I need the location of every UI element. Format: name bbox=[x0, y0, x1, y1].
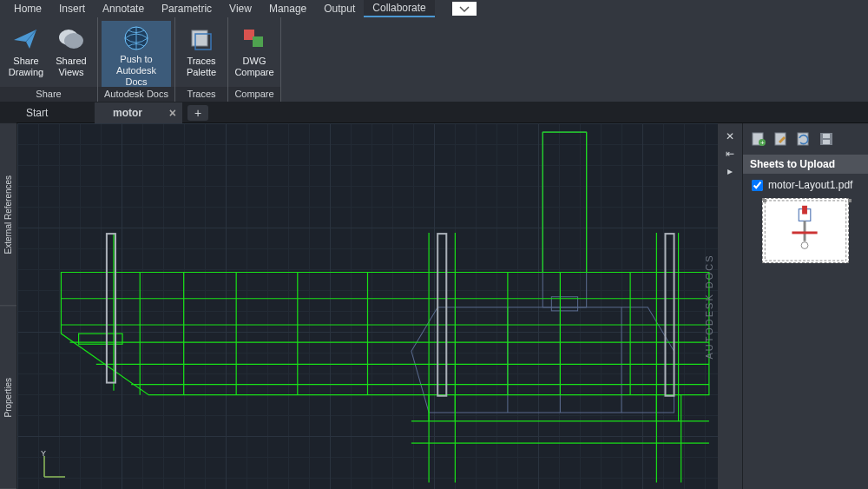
ribbon-panel-compare-title: Compare bbox=[228, 87, 280, 102]
menu-manage[interactable]: Manage bbox=[260, 1, 315, 17]
svg-rect-4 bbox=[192, 30, 207, 46]
ribbon-minimize-dropdown[interactable] bbox=[452, 2, 477, 16]
menu-parametric[interactable]: Parametric bbox=[153, 1, 220, 17]
ribbon-panel-autodesk-docs: Push to Autodesk Docs Autodesk Docs bbox=[98, 17, 175, 102]
share-drawing-label: Share Drawing bbox=[7, 56, 45, 78]
refresh-sheet-icon[interactable] bbox=[795, 130, 812, 148]
tab-start[interactable]: Start bbox=[9, 102, 95, 123]
ribbon-panel-traces-title: Traces bbox=[175, 87, 227, 102]
sheet-thumbnail[interactable] bbox=[762, 198, 849, 263]
menu-home[interactable]: Home bbox=[5, 1, 50, 17]
svg-rect-58 bbox=[802, 206, 807, 215]
sheet-row[interactable]: motor-Layout1.pdf bbox=[743, 174, 868, 193]
svg-text:+: + bbox=[760, 139, 765, 147]
shared-views-label: Shared Views bbox=[52, 56, 90, 78]
dwg-compare-label: DWG Compare bbox=[234, 56, 273, 78]
ribbon-panel-share: Share Drawing Shared Views Share bbox=[0, 17, 98, 102]
ribbon-panel-traces: Traces Palette Traces bbox=[175, 17, 228, 102]
close-panel-icon[interactable]: ✕ bbox=[726, 130, 734, 142]
sheet-checkbox[interactable] bbox=[752, 180, 763, 191]
tab-motor-label: motor bbox=[113, 107, 142, 119]
palette-icon bbox=[188, 24, 214, 54]
add-tab-button[interactable]: + bbox=[187, 105, 208, 121]
sheets-panel-title: Sheets to Upload bbox=[743, 155, 868, 174]
main-menu-bar: Home Insert Annotate Parametric View Man… bbox=[0, 0, 868, 17]
tab-start-label: Start bbox=[26, 107, 48, 119]
pin-panel-icon[interactable]: ⇤ bbox=[726, 148, 734, 160]
autodesk-docs-watermark: AUTODESK DOCS bbox=[704, 254, 714, 359]
ribbon-panel-share-title: Share bbox=[0, 87, 97, 102]
ribbon: Share Drawing Shared Views Share Push to… bbox=[0, 17, 868, 102]
ribbon-panel-docs-title: Autodesk Docs bbox=[98, 87, 174, 102]
menu-collaborate[interactable]: Collaborate bbox=[364, 0, 434, 17]
menu-annotate[interactable]: Annotate bbox=[94, 1, 153, 17]
menu-insert[interactable]: Insert bbox=[50, 1, 94, 17]
external-references-tab[interactable]: External References bbox=[0, 123, 16, 307]
svg-rect-44 bbox=[665, 234, 674, 396]
svg-text:Y: Y bbox=[41, 451, 46, 458]
left-palette-strip: External References Properties bbox=[0, 123, 17, 489]
compare-icon bbox=[241, 24, 267, 54]
add-sheet-icon[interactable]: + bbox=[750, 130, 767, 148]
push-to-docs-button[interactable]: Push to Autodesk Docs bbox=[102, 21, 171, 87]
document-tabs: Start motor × + bbox=[0, 102, 868, 123]
svg-rect-54 bbox=[823, 134, 830, 138]
menu-output[interactable]: Output bbox=[315, 1, 364, 17]
svg-rect-7 bbox=[253, 36, 263, 47]
sheets-panel: + Sheets to Upload motor-Layout1.pdf bbox=[742, 123, 868, 489]
share-drawing-button[interactable]: Share Drawing bbox=[3, 21, 49, 87]
traces-palette-label: Traces Palette bbox=[182, 56, 220, 78]
globe-icon bbox=[122, 24, 151, 52]
close-icon[interactable]: × bbox=[169, 106, 176, 120]
shared-views-button[interactable]: Shared Views bbox=[49, 21, 94, 87]
tab-motor[interactable]: motor × bbox=[95, 102, 182, 123]
save-sheet-icon[interactable] bbox=[818, 130, 835, 148]
svg-rect-55 bbox=[823, 140, 830, 144]
collapse-panel-icon[interactable]: ▸ bbox=[727, 165, 733, 177]
edit-sheet-icon[interactable] bbox=[773, 130, 790, 148]
svg-rect-43 bbox=[437, 234, 446, 396]
ribbon-panel-compare: DWG Compare Compare bbox=[228, 17, 281, 102]
push-to-docs-label: Push to Autodesk Docs bbox=[105, 54, 168, 88]
axis-indicator: Y bbox=[39, 451, 70, 484]
cubes-icon bbox=[57, 24, 85, 54]
panel-control-strip: ✕ ⇤ ▸ bbox=[718, 123, 742, 489]
drawing-canvas[interactable]: Y AUTODESK DOCS bbox=[17, 123, 718, 489]
dwg-compare-button[interactable]: DWG Compare bbox=[232, 21, 277, 87]
svg-point-1 bbox=[64, 33, 83, 49]
cad-wireframe bbox=[17, 123, 718, 489]
sheet-filename: motor-Layout1.pdf bbox=[768, 179, 852, 191]
traces-palette-button[interactable]: Traces Palette bbox=[179, 21, 224, 87]
properties-tab[interactable]: Properties bbox=[0, 307, 16, 490]
menu-view[interactable]: View bbox=[220, 1, 260, 17]
main-area: External References Properties bbox=[0, 123, 868, 489]
send-icon bbox=[12, 24, 40, 54]
sheets-toolbar: + bbox=[743, 123, 868, 155]
svg-rect-12 bbox=[542, 132, 586, 307]
